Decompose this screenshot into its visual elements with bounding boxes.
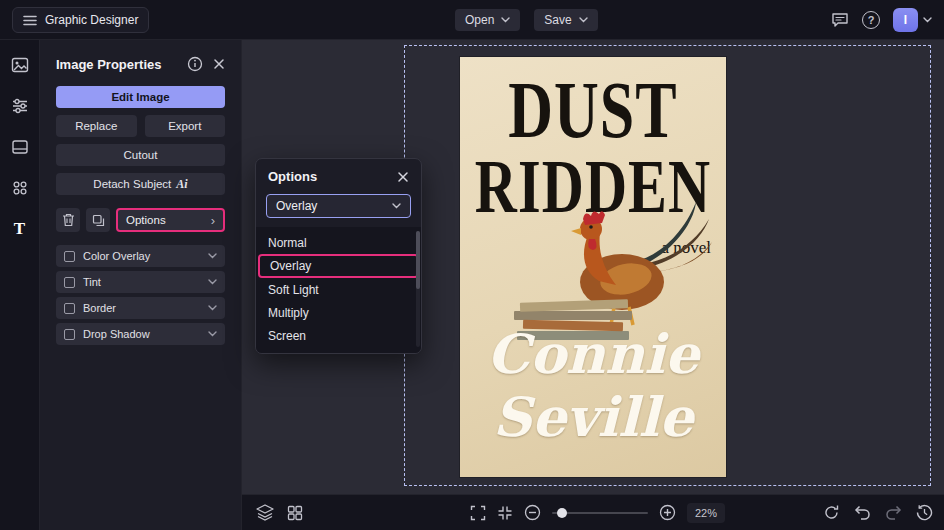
zoom-percentage[interactable]: 22%: [687, 503, 725, 523]
replace-button[interactable]: Replace: [56, 115, 137, 137]
redo-icon[interactable]: [885, 505, 902, 520]
sidebar-item-elements[interactable]: [7, 175, 33, 201]
menu-item-screen[interactable]: Screen: [256, 324, 421, 347]
trash-icon: [62, 213, 75, 227]
save-button[interactable]: Save: [534, 9, 597, 31]
toggle-label: Drop Shadow: [83, 328, 150, 340]
zoom-slider-knob[interactable]: [557, 508, 567, 518]
export-button[interactable]: Export: [145, 115, 226, 137]
app-menu-chip[interactable]: Graphic Designer: [12, 7, 149, 33]
app-title: Graphic Designer: [45, 13, 138, 27]
blend-mode-dropdown[interactable]: Overlay: [266, 194, 411, 218]
edit-image-label: Edit Image: [111, 91, 169, 103]
image-icon: [11, 56, 29, 74]
options-button-label: Options: [126, 214, 166, 226]
options-popup: Options Overlay Normal Overlay Soft Ligh…: [255, 158, 422, 354]
toggle-drop-shadow[interactable]: Drop Shadow: [56, 323, 225, 345]
checkbox[interactable]: [64, 303, 75, 314]
fullscreen-icon[interactable]: [470, 505, 486, 521]
export-label: Export: [168, 120, 201, 132]
zoom-in-icon[interactable]: [659, 504, 676, 521]
open-button[interactable]: Open: [455, 9, 520, 31]
layers-icon[interactable]: [256, 504, 274, 521]
options-button[interactable]: Options ›: [116, 208, 225, 232]
chevron-down-icon: [392, 203, 401, 209]
chevron-down-icon: [923, 17, 932, 23]
panel-header: Image Properties: [56, 54, 225, 74]
chevron-down-icon[interactable]: [208, 279, 217, 285]
detach-subject-label: Detach Subject: [93, 178, 171, 190]
blend-mode-list: Normal Overlay Soft Light Multiply Scree…: [256, 227, 421, 353]
info-icon[interactable]: [187, 56, 203, 72]
sidebar-item-text[interactable]: T: [7, 216, 33, 242]
cover-author-line1: Connie: [460, 323, 726, 386]
menu-item-multiply[interactable]: Multiply: [256, 301, 421, 324]
duplicate-button[interactable]: [86, 208, 110, 232]
help-icon[interactable]: ?: [862, 11, 880, 29]
bottombar-left: [256, 495, 303, 530]
sidebar-item-templates[interactable]: [7, 134, 33, 160]
text-tool-icon: T: [14, 219, 25, 239]
copy-icon: [92, 214, 105, 227]
close-icon[interactable]: [397, 171, 409, 183]
replace-label: Replace: [75, 120, 117, 132]
toggle-tint[interactable]: Tint: [56, 271, 225, 293]
toggle-label: Tint: [83, 276, 101, 288]
toggle-label: Color Overlay: [83, 250, 150, 262]
chevron-down-icon[interactable]: [208, 305, 217, 311]
fit-to-screen-icon[interactable]: [497, 505, 513, 521]
edit-image-button[interactable]: Edit Image: [56, 86, 225, 108]
tool-rail: T: [0, 40, 40, 530]
layer-tools-row: Options ›: [56, 208, 225, 232]
detach-subject-button[interactable]: Detach Subject Ai: [56, 173, 225, 195]
menu-item-overlay[interactable]: Overlay: [258, 254, 419, 278]
close-icon[interactable]: [213, 58, 225, 70]
checkbox[interactable]: [64, 277, 75, 288]
history-controls: [823, 495, 933, 530]
grid-view-icon[interactable]: [287, 505, 303, 521]
avatar[interactable]: I: [893, 8, 918, 32]
sidebar-item-images[interactable]: [7, 52, 33, 78]
hamburger-menu-icon[interactable]: [23, 15, 37, 26]
toggle-label: Border: [83, 302, 116, 314]
chevron-down-icon[interactable]: [208, 253, 217, 259]
delete-button[interactable]: [56, 208, 80, 232]
sliders-icon: [11, 97, 29, 115]
toggle-border[interactable]: Border: [56, 297, 225, 319]
ai-badge: Ai: [176, 177, 187, 192]
chevron-down-icon: [501, 17, 510, 23]
menu-item-soft-light[interactable]: Soft Light: [256, 278, 421, 301]
toggle-color-overlay[interactable]: Color Overlay: [56, 245, 225, 267]
history-icon[interactable]: [916, 504, 933, 521]
refresh-icon[interactable]: [823, 504, 840, 521]
chevron-down-icon[interactable]: [208, 331, 217, 337]
checkbox[interactable]: [64, 329, 75, 340]
options-popup-title: Options: [268, 169, 397, 184]
undo-icon[interactable]: [854, 505, 871, 520]
sidebar-item-adjust[interactable]: [7, 93, 33, 119]
file-actions: Open Save: [455, 9, 598, 31]
top-bar: Graphic Designer Open Save ? I: [0, 0, 944, 40]
cutout-button[interactable]: Cutout: [56, 144, 225, 166]
feedback-comment-icon[interactable]: [831, 12, 849, 28]
menu-item-normal[interactable]: Normal: [256, 231, 421, 254]
topbar-right-actions: ? I: [831, 0, 932, 40]
components-icon: [11, 179, 29, 197]
chevron-down-icon: [579, 17, 588, 23]
chevron-right-icon: ›: [211, 214, 215, 227]
options-popup-header: Options: [256, 159, 421, 192]
account-menu[interactable]: I: [893, 8, 932, 32]
scrollbar-thumb[interactable]: [416, 231, 420, 289]
blend-mode-selected-value: Overlay: [276, 199, 317, 213]
book-cover-image[interactable]: DUST RIDDEN a novel: [460, 57, 726, 477]
open-button-label: Open: [465, 13, 494, 27]
cutout-label: Cutout: [124, 149, 158, 161]
checkbox[interactable]: [64, 251, 75, 262]
scrollbar[interactable]: [416, 231, 420, 347]
image-properties-panel: Image Properties Edit Image Replace Expo…: [40, 40, 242, 530]
zoom-controls: 22%: [470, 495, 725, 530]
cover-author-line2: Seville: [460, 386, 726, 449]
zoom-out-icon[interactable]: [524, 504, 541, 521]
zoom-slider[interactable]: [552, 505, 648, 521]
replace-export-row: Replace Export: [56, 115, 225, 137]
